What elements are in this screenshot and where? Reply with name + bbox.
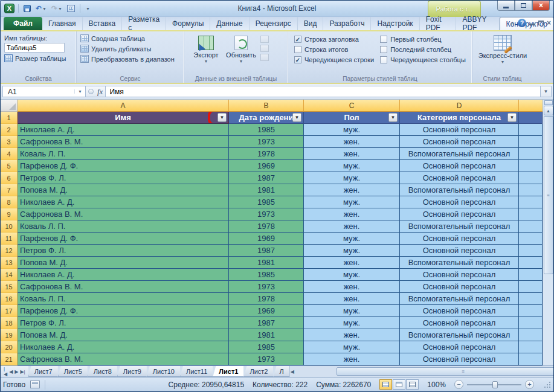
cell-category[interactable]: Основной персонал (400, 269, 519, 281)
unlink-icon[interactable] (260, 54, 269, 61)
cell-birth-year[interactable]: 1985 (229, 196, 304, 208)
sheet-tab[interactable]: Лист1 (213, 366, 243, 377)
cell-gender[interactable]: муж. (304, 305, 400, 317)
cell-name[interactable]: Николаев А. Д. (18, 196, 229, 208)
cell-category[interactable]: Основной персонал (400, 136, 519, 148)
row-header[interactable]: 6 (1, 172, 18, 184)
properties-icon[interactable] (260, 36, 269, 43)
cell-empty[interactable] (519, 281, 543, 293)
row-header[interactable]: 17 (1, 305, 18, 317)
cell-birth-year[interactable]: 1987 (229, 172, 304, 184)
child-close-icon[interactable]: × (547, 19, 551, 27)
cell-empty[interactable] (519, 220, 543, 233)
cell-name[interactable]: Коваль Л. П. (18, 148, 229, 160)
close-button[interactable]: × (532, 1, 550, 11)
cell-empty[interactable] (519, 208, 543, 220)
cell-name[interactable]: Петров Ф. Л. (18, 172, 229, 184)
column-header-c[interactable]: C (304, 100, 400, 112)
header-cell-name[interactable]: Имя ▼ (18, 112, 229, 124)
table-tool-button[interactable] (66, 4, 76, 13)
ribbon-tab[interactable]: Главная (42, 17, 83, 30)
cell-gender[interactable]: жен. (304, 220, 400, 233)
cell-empty[interactable] (519, 329, 543, 341)
cell-name[interactable]: Николаев А. Д. (18, 124, 229, 136)
column-header-b[interactable]: B (229, 100, 304, 112)
header-cell-birthdate[interactable]: Дата рождени ▼ (229, 112, 304, 124)
tab-file[interactable]: Файл (4, 17, 42, 30)
sheet-tab[interactable]: Л (273, 366, 289, 377)
header-cell-partial[interactable] (519, 112, 543, 124)
cell-gender[interactable]: жен. (304, 184, 400, 196)
cell-category[interactable]: Основной персонал (400, 281, 519, 293)
cell-birth-year[interactable]: 1987 (229, 245, 304, 257)
style-option-checkbox[interactable]: Чередующиеся столбцы (380, 56, 466, 63)
name-box[interactable]: A1 ▼ (2, 86, 86, 97)
vertical-scrollbar[interactable]: ▲ ≡ (543, 100, 553, 365)
cell-category[interactable]: Вспомогательный персонал (400, 184, 519, 196)
ribbon-tab[interactable]: Разработч (323, 17, 371, 30)
cell-category[interactable]: Основной персонал (400, 124, 519, 136)
refresh-button[interactable]: Обновить ▼ (224, 34, 258, 63)
cell-empty[interactable] (519, 353, 543, 365)
cell-gender[interactable]: жен. (304, 257, 400, 269)
cell-birth-year[interactable]: 1981 (229, 329, 304, 341)
cell-gender[interactable]: муж. (304, 124, 400, 136)
cell-gender[interactable]: муж. (304, 196, 400, 208)
cell-birth-year[interactable]: 1981 (229, 257, 304, 269)
cell-birth-year[interactable]: 1969 (229, 305, 304, 317)
style-option-checkbox[interactable]: ✓ Чередующиеся строки (294, 56, 374, 63)
cell-name[interactable]: Попова М. Д. (18, 257, 229, 269)
next-sheet-icon[interactable]: ▶ (14, 369, 18, 374)
cell-birth-year[interactable]: 1981 (229, 184, 304, 196)
resize-table-button[interactable]: Размер таблицы (3, 53, 74, 63)
cell-empty[interactable] (519, 184, 543, 196)
cell-name[interactable]: Попова М. Д. (18, 329, 229, 341)
sheet-tab[interactable]: Лист11 (180, 366, 213, 377)
sheet-tab[interactable]: Лист9 (117, 366, 147, 377)
chevron-down-icon[interactable]: ▼ (58, 7, 62, 11)
page-break-view-button[interactable] (406, 379, 419, 390)
save-button[interactable] (22, 4, 32, 13)
sheet-tab[interactable]: Лист2 (243, 366, 273, 377)
zoom-thumb[interactable] (492, 381, 498, 388)
cell-gender[interactable]: муж. (304, 245, 400, 257)
ribbon-tab[interactable]: Рецензирс (250, 17, 298, 30)
cell-name[interactable]: Парфенов Д. Ф. (18, 233, 229, 245)
zoom-level[interactable]: 100% (427, 381, 446, 389)
header-cell-category[interactable]: Категория персонала ▼ (400, 112, 519, 124)
row-header[interactable]: 15 (1, 281, 18, 293)
cell-name[interactable]: Петров Ф. Л. (18, 317, 229, 329)
horizontal-scroll-thumb[interactable]: ≡ (337, 367, 554, 376)
resize-grip[interactable] (544, 381, 551, 388)
header-cell-gender[interactable]: Пол ▼ (304, 112, 400, 124)
cell-category[interactable]: Вспомогательный персонал (400, 148, 519, 160)
sheet-tab[interactable]: Лист10 (147, 366, 180, 377)
cell-birth-year[interactable]: 1985 (229, 341, 304, 353)
zoom-out-icon[interactable]: − (454, 380, 463, 389)
cell-category[interactable]: Вспомогательный персонал (400, 293, 519, 305)
chevron-down-icon[interactable]: ▼ (42, 7, 47, 11)
cell-empty[interactable] (519, 317, 543, 329)
ribbon-tab[interactable]: Данные (210, 17, 249, 30)
cell-category[interactable]: Основной персонал (400, 160, 519, 172)
style-option-checkbox[interactable]: ✓ Строка заголовка (294, 36, 374, 43)
title-bar[interactable]: X ↶ ▼ ↷ ▼ ▼ Книга4 - Microsoft Excel Раб… (1, 1, 553, 17)
cell-empty[interactable] (519, 269, 543, 281)
customize-qat-button[interactable]: ▼ (84, 6, 91, 11)
row-header[interactable]: 11 (1, 233, 18, 245)
cell-birth-year[interactable]: 1978 (229, 220, 304, 233)
ribbon-tab[interactable]: Разметка с (122, 17, 166, 30)
cell-empty[interactable] (519, 196, 543, 208)
cell-gender[interactable]: жен. (304, 329, 400, 341)
page-layout-view-button[interactable] (393, 379, 405, 390)
cell-category[interactable]: Вспомогательный персонал (400, 220, 519, 233)
cell-name[interactable]: Николаев А. Д. (18, 269, 229, 281)
row-header[interactable]: 1 (1, 112, 18, 124)
zoom-in-icon[interactable]: + (525, 380, 534, 389)
export-button[interactable]: Экспорт ▼ (189, 34, 223, 63)
row-header[interactable]: 2 (1, 124, 18, 136)
scroll-left-icon[interactable]: ◀ (291, 369, 294, 374)
row-header[interactable]: 8 (1, 196, 18, 208)
cell-gender[interactable]: жен. (304, 136, 400, 148)
ribbon-tab[interactable]: Надстройк (371, 17, 419, 30)
